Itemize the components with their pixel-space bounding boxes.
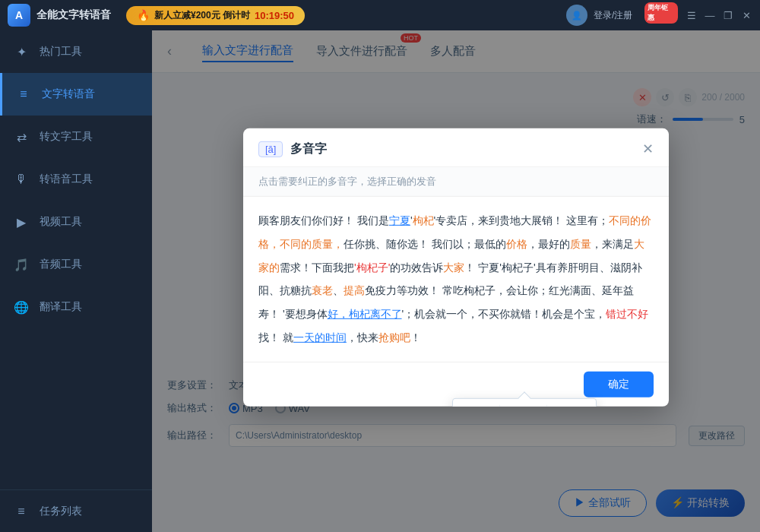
title-bar: A 全能文字转语音 🔥 新人立减¥200元 倒计时 10:19:50 👤 登录/… xyxy=(0,0,760,30)
menu-button[interactable]: ☰ xyxy=(686,9,698,21)
hot-tools-icon: ✦ xyxy=(12,43,30,61)
dialog-title: 多音字 xyxy=(290,141,327,157)
sidebar-label: 转文字工具 xyxy=(40,130,93,144)
sidebar-label: 视频工具 xyxy=(40,215,82,229)
sidebar-item-video-tools[interactable]: ▶ 视频工具 xyxy=(0,201,152,243)
dialog-hint: 点击需要纠正的多音字，选择正确的发音 xyxy=(243,167,669,197)
speech-tools-icon: 🎙 xyxy=(12,170,30,188)
vip-tag: 周年钜惠 xyxy=(644,2,678,24)
confirm-button[interactable]: 确定 xyxy=(584,372,654,397)
sidebar-item-convert-text[interactable]: ⇄ 转文字工具 xyxy=(0,116,152,158)
sidebar-item-translate-tools[interactable]: 🌐 翻译工具 xyxy=(0,286,152,328)
app-window: A 全能文字转语音 🔥 新人立减¥200元 倒计时 10:19:50 👤 登录/… xyxy=(0,0,760,532)
sidebar-label: 音频工具 xyxy=(40,258,82,271)
login-button[interactable]: 登录/注册 xyxy=(594,9,632,22)
highlight-gouqi[interactable]: 枸杞 xyxy=(413,214,434,226)
convert-text-icon: ⇄ xyxy=(12,128,30,146)
dialog-close-button[interactable]: ✕ xyxy=(642,141,654,157)
maximize-button[interactable]: ❐ xyxy=(722,9,734,21)
close-button[interactable]: ✕ xyxy=(740,9,752,21)
promo-text: 新人立减¥200元 倒计时 xyxy=(154,9,250,22)
main-layout: ✦ 热门工具 ≡ 文字转语音 ⇄ 转文字工具 🎙 转语音工具 ▶ 视频工具 🎵 xyxy=(0,30,760,532)
highlight-price[interactable]: 价格 xyxy=(506,238,527,250)
dialog-text: 顾客朋友们你们好！ 我们是宁夏'枸杞'专卖店，来到贵地大展销！ 这里有；不同的价… xyxy=(258,209,654,350)
highlight-ningxia[interactable]: 宁夏 xyxy=(389,214,410,226)
highlight-body[interactable]: 好，枸杞离不了 xyxy=(328,308,402,320)
highlight-miss[interactable]: 错过不好 xyxy=(606,308,648,320)
task-list-label: 任务列表 xyxy=(40,505,82,518)
highlight-day[interactable]: 一天的时间 xyxy=(293,331,347,344)
video-tools-icon: ▶ xyxy=(12,213,30,231)
sidebar-bottom: ≡ 任务列表 xyxy=(0,489,152,532)
sidebar: ✦ 热门工具 ≡ 文字转语音 ⇄ 转文字工具 🎙 转语音工具 ▶ 视频工具 🎵 xyxy=(0,30,152,532)
sidebar-item-audio-tools[interactable]: 🎵 音频工具 xyxy=(0,243,152,286)
translate-tools-icon: 🌐 xyxy=(12,298,30,316)
polyphonic-dialog: [ā] 多音字 ✕ 点击需要纠正的多音字，选择正确的发音 顾客朋友们你们好！ 我… xyxy=(243,128,669,407)
text-to-speech-icon: ≡ xyxy=(14,85,33,103)
dialog-body: 顾客朋友们你们好！ 我们是宁夏'枸杞'专卖店，来到贵地大展销！ 这里有；不同的价… xyxy=(243,197,669,362)
app-name: 全能文字转语音 xyxy=(36,8,111,22)
countdown-timer: 10:19:50 xyxy=(255,10,294,21)
app-logo: A xyxy=(8,4,30,27)
audio-tools-icon: 🎵 xyxy=(12,255,30,274)
task-list-button[interactable]: ≡ 任务列表 xyxy=(0,489,152,532)
sidebar-label: 热门工具 xyxy=(40,45,82,59)
sidebar-label: 翻译工具 xyxy=(40,300,82,314)
highlight-improve[interactable]: 提高 xyxy=(344,284,365,296)
minimize-button[interactable]: — xyxy=(704,9,716,21)
vip-badge[interactable]: VIP 周年钜惠 xyxy=(644,8,673,22)
promo-icon: 🔥 xyxy=(137,9,150,21)
window-controls: ☰ — ❐ ✕ xyxy=(686,9,752,21)
highlight-aging[interactable]: 衰老 xyxy=(312,284,333,296)
highlight-buy[interactable]: 抢购吧 xyxy=(378,331,410,344)
sidebar-label: 转语音工具 xyxy=(40,173,93,186)
sidebar-item-speech-tools[interactable]: 🎙 转语音工具 xyxy=(0,158,152,201)
content-area: ‹ 输入文字进行配音 导入文件进行配音 HOT 多人配音 ✕ ↺ ⎘ 200 /… xyxy=(152,30,760,532)
dialog-header: [ā] 多音字 ✕ xyxy=(243,128,669,167)
sidebar-label: 文字转语音 xyxy=(42,87,95,101)
avatar: 👤 xyxy=(566,5,587,26)
task-list-icon: ≡ xyxy=(12,502,30,521)
user-section: 👤 登录/注册 VIP 周年钜惠 xyxy=(566,5,673,26)
highlight-gouqizi1[interactable]: '枸杞子' xyxy=(354,261,390,273)
highlight-dajia[interactable]: 大家 xyxy=(443,261,464,273)
highlight-diff[interactable]: 不同的价格，不同的质量， xyxy=(258,214,651,250)
phonetic-badge: [ā] xyxy=(258,141,283,157)
promo-banner[interactable]: 🔥 新人立减¥200元 倒计时 10:19:50 xyxy=(126,6,305,25)
sidebar-item-hot-tools[interactable]: ✦ 热门工具 xyxy=(0,30,152,73)
sidebar-item-text-to-speech[interactable]: ≡ 文字转语音 xyxy=(0,73,152,116)
highlight-quality[interactable]: 质量 xyxy=(570,238,591,250)
